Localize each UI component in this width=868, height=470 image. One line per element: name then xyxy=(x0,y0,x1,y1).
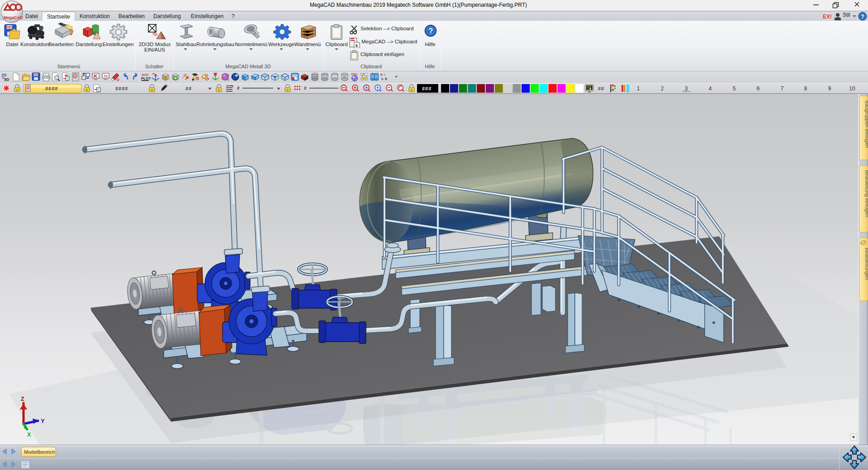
svg-text:X: X xyxy=(27,431,31,438)
svg-text:?: ? xyxy=(861,13,864,20)
svg-text:3D: 3D xyxy=(4,77,9,82)
svg-text:TX: TX xyxy=(104,75,108,78)
svg-text:4: 4 xyxy=(709,85,712,92)
svg-text:5: 5 xyxy=(733,85,736,92)
svg-text:S: S xyxy=(385,77,387,80)
svg-text:EX!: EX! xyxy=(823,14,832,20)
svg-text:Modellbereich: Modellbereich xyxy=(24,449,55,455)
svg-text:b: b xyxy=(381,77,383,80)
svg-text:?: ? xyxy=(384,73,385,76)
svg-text:PRT: PRT xyxy=(6,26,13,29)
svg-text:##: ## xyxy=(185,86,192,91)
svg-text:8: 8 xyxy=(804,85,807,92)
svg-text:1: 1 xyxy=(637,85,640,92)
svg-text:R: R xyxy=(380,73,383,76)
svg-text:MegaCAD: MegaCAD xyxy=(4,15,23,20)
svg-text:####: #### xyxy=(45,86,58,91)
svg-text:Baugruppen einfügen: Baugruppen einfügen xyxy=(864,100,868,148)
svg-text:Y: Y xyxy=(41,418,45,424)
svg-text:10: 10 xyxy=(849,85,855,92)
svg-text:PLOT: PLOT xyxy=(141,76,151,80)
svg-text:ACD: ACD xyxy=(142,73,148,76)
svg-text:##: ## xyxy=(598,86,604,91)
svg-text:Bearbeitung einfügen: Bearbeitung einfügen xyxy=(864,170,868,217)
svg-text:###: ### xyxy=(422,86,432,91)
svg-text:2D: 2D xyxy=(1,73,7,77)
svg-text:6: 6 xyxy=(757,85,760,92)
svg-text:2: 2 xyxy=(661,85,664,92)
svg-text:6: 6 xyxy=(74,74,76,78)
svg-text:3: 3 xyxy=(685,85,688,92)
svg-text:####: #### xyxy=(115,86,128,91)
svg-text:6: 6 xyxy=(27,86,29,89)
svg-text:7: 7 xyxy=(781,85,784,92)
svg-text:#: # xyxy=(304,86,307,91)
svg-text:Bearbeitungen: Bearbeitungen xyxy=(864,248,868,280)
svg-text:Z: Z xyxy=(21,395,24,402)
svg-text:6: 6 xyxy=(356,43,358,48)
svg-text:#: # xyxy=(237,86,240,91)
svg-text:?: ? xyxy=(429,27,433,35)
svg-text:PRT: PRT xyxy=(33,74,39,76)
svg-text:9: 9 xyxy=(828,85,831,92)
